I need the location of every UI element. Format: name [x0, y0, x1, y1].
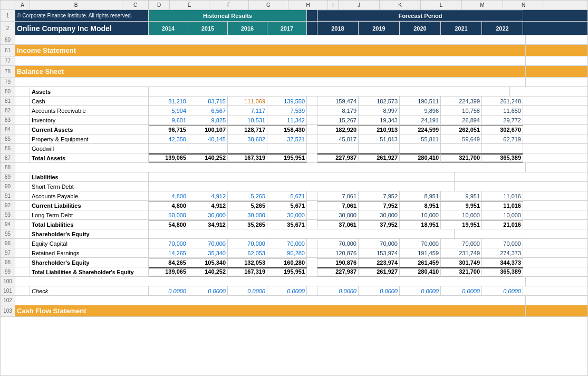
cell-se-2021: 301,749 — [441, 258, 482, 267]
cell-year-2021: 2021 — [441, 22, 482, 35]
cell-inv-2018: 15,267 — [317, 115, 359, 124]
cell-cash-label: Cash — [30, 97, 149, 105]
cell-year-2018: 2018 — [317, 22, 359, 35]
cell-60-empty — [15, 35, 526, 44]
rownum-94: 94 — [1, 220, 15, 229]
cell-86-gap — [307, 144, 317, 153]
cell-ar-2014: 5,904 — [149, 106, 188, 115]
cell-tl-2020: 18,951 — [400, 220, 441, 229]
cell-ap-2015: 4,912 — [188, 191, 228, 200]
rownum-88: 88 — [1, 163, 15, 172]
cell-year-2022: 2022 — [482, 22, 523, 35]
cell-check-2020: 0.0000 — [400, 286, 441, 295]
row-2: 2 Online Company Inc Model 2014 2015 201… — [1, 22, 587, 35]
rownum-2: 2 — [1, 22, 15, 35]
col-header-l: M — [462, 1, 503, 9]
rownum-92: 92 — [1, 201, 15, 210]
cell-ec-label: Equity Capital — [30, 239, 149, 248]
cell-77-empty — [15, 56, 526, 65]
cell-81-gap — [307, 97, 317, 105]
cell-82-a — [15, 106, 30, 115]
cell-tl-2017: 35,671 — [267, 220, 307, 229]
rownum-102: 102 — [1, 296, 15, 305]
rownum-100: 100 — [1, 277, 15, 286]
rownum-95: 95 — [1, 229, 15, 238]
cell-se-2015: 105,340 — [188, 258, 228, 267]
cell-ar-2018: 8,179 — [317, 106, 359, 115]
cell-ar-2021: 10,758 — [441, 106, 482, 115]
cell-86-a — [15, 144, 30, 153]
cell-ap-2019: 7,952 — [359, 191, 400, 200]
row-61: 61 Income Statement — [1, 45, 587, 56]
cell-cashflow-statement: Cash Flow Statement — [15, 305, 526, 316]
rownum-84: 84 — [1, 125, 15, 134]
cell-ap-label: Accounts Payable — [30, 191, 149, 200]
cell-se-2014: 84,265 — [149, 258, 188, 267]
cell-ppe-2020: 55,811 — [400, 134, 441, 143]
rownum-60: 60 — [1, 35, 15, 44]
cell-ap-2018: 7,061 — [317, 191, 359, 200]
cell-ppe-2021: 59,649 — [441, 134, 482, 143]
rownum-99: 99 — [1, 267, 15, 276]
cell-ltd-2020: 10,000 — [400, 210, 441, 219]
cell-tlse-2015: 140,252 — [188, 267, 228, 276]
cell-tlse-2016: 167,319 — [228, 267, 267, 276]
cell-currassets-label: Current Assets — [30, 125, 149, 134]
cell-tl-2022: 21,016 — [482, 220, 523, 229]
cell-98-gap — [307, 258, 317, 267]
cell-inventory-label: Inventory — [30, 115, 149, 124]
col-header-j: K — [380, 1, 421, 9]
cell-cash-2021: 224,399 — [441, 97, 482, 105]
rownum-96: 96 — [1, 239, 15, 248]
rownum-90: 90 — [1, 182, 15, 191]
row-79: 79 — [1, 78, 587, 87]
row-77: 77 — [1, 56, 587, 66]
cell-cl-2019: 7,952 — [359, 201, 400, 210]
cell-88-empty — [15, 163, 526, 172]
cell-ap-2014: 4,800 — [149, 191, 188, 200]
cell-cl-2015: 4,912 — [188, 201, 228, 210]
cell-cash-2014: 81,210 — [149, 97, 188, 105]
row-101: 101 Check 0.0000 0.0000 0.0000 0.0000 0.… — [1, 286, 587, 296]
row-93: 93 Long Term Debt 50,000 30,000 30,000 3… — [1, 210, 587, 220]
cell-balance-sheet: Balance Sheet — [15, 66, 526, 77]
cell-90-a — [15, 182, 30, 191]
row-80: 80 Assets — [1, 87, 587, 97]
cell-check-2014: 0.0000 — [149, 286, 188, 295]
corner-cell — [1, 1, 15, 9]
cell-89-rest — [149, 172, 455, 181]
cell-ppe-2017: 37,521 — [267, 134, 307, 143]
cell-83-gap — [307, 115, 317, 124]
cell-tlse-2018: 227,937 — [317, 267, 359, 276]
rownum-89: 89 — [1, 172, 15, 181]
col-header-c: C — [122, 1, 149, 9]
cell-re-2021: 231,749 — [441, 248, 482, 257]
cell-92-a — [15, 201, 30, 210]
cell-tl-2019: 37,952 — [359, 220, 400, 229]
row-94: 94 Total Liabilities 54,800 34,912 35,26… — [1, 220, 587, 229]
cell-cash-2019: 182,573 — [359, 97, 400, 105]
cell-cash-2018: 159,474 — [317, 97, 359, 105]
col-header-e: E — [170, 1, 209, 9]
cell-79-empty — [15, 78, 526, 86]
cell-ltd-2017: 30,000 — [267, 210, 307, 219]
cell-inv-2015: 9,825 — [188, 115, 228, 124]
cell-inv-2020: 24,191 — [400, 115, 441, 124]
cell-re-2018: 120,876 — [317, 248, 359, 257]
cell-87-gap — [307, 153, 317, 162]
cell-ta-2015: 140,252 — [188, 153, 228, 162]
cell-check-label: Check — [30, 286, 149, 295]
cell-ltd-2016: 30,000 — [228, 210, 267, 219]
cell-liabilities-label: Liabilities — [30, 172, 149, 181]
cell-check-2019: 0.0000 — [359, 286, 400, 295]
cell-re-2016: 62,053 — [228, 248, 267, 257]
cell-102-empty — [15, 296, 526, 305]
cell-81-a — [15, 97, 30, 105]
cell-cash-2017: 139,550 — [267, 97, 307, 105]
cell-83-a — [15, 115, 30, 124]
row-91: 91 Accounts Payable 4,800 4,912 5,265 5,… — [1, 191, 587, 201]
cell-ca-2017: 158,430 — [267, 125, 307, 134]
cell-tlse-2022: 365,389 — [482, 267, 523, 276]
cell-historical-header: Historical Results — [149, 10, 307, 21]
cell-97-gap — [307, 248, 317, 257]
